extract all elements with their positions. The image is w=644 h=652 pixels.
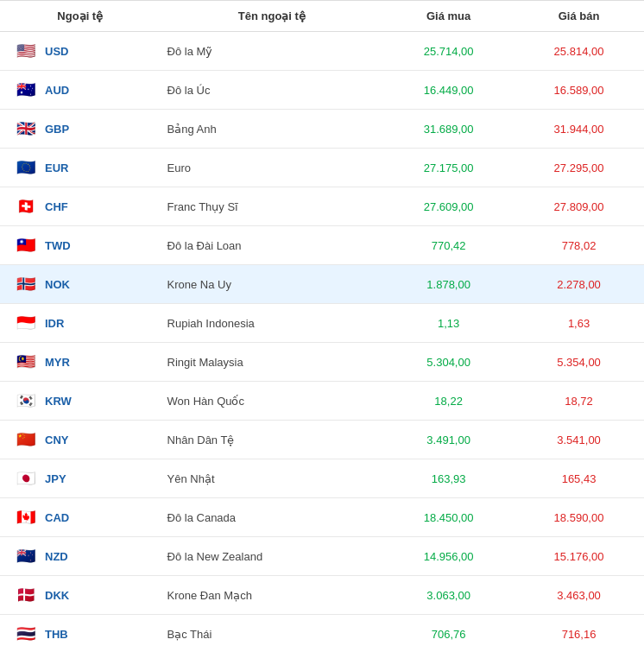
currency-name-cell: Ringit Malaysia <box>161 343 384 382</box>
table-header-row: Ngoại tệ Tên ngoại tệ Giá mua Giá bán <box>0 1 644 32</box>
currency-code: CHF <box>45 200 68 213</box>
currency-code: THB <box>45 628 68 641</box>
currency-code-cell: 🇹🇼 TWD <box>0 226 161 265</box>
buy-price-cell: 18,22 <box>383 382 514 421</box>
currency-table: Ngoại tệ Tên ngoại tệ Giá mua Giá bán 🇺🇸… <box>0 0 644 652</box>
buy-price-cell: 16.449,00 <box>383 71 514 110</box>
sell-price-cell: 3.463,00 <box>514 576 644 615</box>
buy-price-cell: 770,42 <box>383 226 514 265</box>
header-currency-name: Tên ngoại tệ <box>161 1 384 32</box>
currency-name-cell: Bạc Thái <box>161 615 384 653</box>
currency-code: IDR <box>45 317 64 330</box>
currency-name-cell: Đô la New Zealand <box>161 537 384 576</box>
currency-code-cell: 🇰🇷 KRW <box>0 382 161 421</box>
currency-name-cell: Đô la Canada <box>161 498 384 537</box>
currency-flag: 🇨🇳 <box>14 427 38 452</box>
currency-name-cell: Đô la Đài Loan <box>161 226 384 265</box>
currency-name-cell: Đô la Úc <box>161 71 384 110</box>
currency-code: TWD <box>45 239 71 252</box>
currency-table-container: CHỢ GIÁ ● ● Ngoại tệ Tên ngoại tệ Giá mu… <box>0 0 644 652</box>
buy-price-cell: 25.714,00 <box>383 32 514 71</box>
buy-price-cell: 3.063,00 <box>383 576 514 615</box>
currency-flag: 🇲🇾 <box>14 350 38 374</box>
currency-name-cell: Euro <box>161 149 384 187</box>
currency-flag: 🇹🇭 <box>14 622 38 646</box>
buy-price-cell: 27.175,00 <box>383 149 514 187</box>
currency-flag: 🇯🇵 <box>14 466 38 491</box>
buy-price-cell: 1.878,00 <box>383 265 514 304</box>
currency-code: JPY <box>45 472 66 485</box>
currency-flag: 🇮🇩 <box>14 311 38 335</box>
currency-code: USD <box>45 45 68 58</box>
sell-price-cell: 25.814,00 <box>514 32 644 71</box>
currency-code: MYR <box>45 356 70 369</box>
currency-code-cell: 🇨🇭 CHF <box>0 187 161 226</box>
currency-flag: 🇳🇴 <box>14 272 38 296</box>
currency-code: DKK <box>45 589 69 602</box>
buy-price-cell: 31.689,00 <box>383 110 514 149</box>
currency-code-cell: 🇬🇧 GBP <box>0 110 161 149</box>
sell-price-cell: 1,63 <box>514 304 644 343</box>
currency-flag: 🇨🇭 <box>14 194 38 218</box>
table-row: 🇬🇧 GBP Bảng Anh 31.689,00 31.944,00 <box>0 110 644 149</box>
sell-price-cell: 18.590,00 <box>514 498 644 537</box>
sell-price-cell: 3.541,00 <box>514 421 644 459</box>
sell-price-cell: 27.295,00 <box>514 149 644 187</box>
table-row: 🇯🇵 JPY Yên Nhật 163,93 165,43 <box>0 459 644 498</box>
currency-code: NOK <box>45 278 70 291</box>
table-row: 🇳🇿 NZD Đô la New Zealand 14.956,00 15.17… <box>0 537 644 576</box>
currency-code: CNY <box>45 434 68 446</box>
sell-price-cell: 15.176,00 <box>514 537 644 576</box>
currency-code-cell: 🇺🇸 USD <box>0 32 161 71</box>
table-row: 🇺🇸 USD Đô la Mỹ 25.714,00 25.814,00 <box>0 32 644 71</box>
currency-code: KRW <box>45 395 72 408</box>
currency-code-cell: 🇨🇦 CAD <box>0 498 161 537</box>
table-row: 🇳🇴 NOK Krone Na Uy 1.878,00 2.278,00 <box>0 265 644 304</box>
currency-code: CAD <box>45 511 69 524</box>
currency-code-cell: 🇩🇰 DKK <box>0 576 161 615</box>
currency-code-cell: 🇯🇵 JPY <box>0 459 161 498</box>
table-row: 🇨🇭 CHF Franc Thụy Sĩ 27.609,00 27.809,00 <box>0 187 644 226</box>
buy-price-cell: 163,93 <box>383 459 514 498</box>
currency-flag: 🇹🇼 <box>14 233 38 257</box>
buy-price-cell: 14.956,00 <box>383 537 514 576</box>
currency-name-cell: Yên Nhật <box>161 459 384 498</box>
table-row: 🇰🇷 KRW Won Hàn Quốc 18,22 18,72 <box>0 382 644 421</box>
currency-flag: 🇺🇸 <box>14 39 38 63</box>
currency-code-cell: 🇲🇾 MYR <box>0 343 161 382</box>
table-row: 🇦🇺 AUD Đô la Úc 16.449,00 16.589,00 <box>0 71 644 110</box>
currency-code-cell: 🇹🇭 THB <box>0 615 161 653</box>
buy-price-cell: 3.491,00 <box>383 421 514 459</box>
currency-flag: 🇨🇦 <box>14 505 38 529</box>
currency-name-cell: Won Hàn Quốc <box>161 382 384 421</box>
buy-price-cell: 1,13 <box>383 304 514 343</box>
table-row: 🇨🇦 CAD Đô la Canada 18.450,00 18.590,00 <box>0 498 644 537</box>
buy-price-cell: 27.609,00 <box>383 187 514 226</box>
sell-price-cell: 5.354,00 <box>514 343 644 382</box>
currency-code-cell: 🇳🇴 NOK <box>0 265 161 304</box>
table-row: 🇲🇾 MYR Ringit Malaysia 5.304,00 5.354,00 <box>0 343 644 382</box>
sell-price-cell: 31.944,00 <box>514 110 644 149</box>
currency-name-cell: Nhân Dân Tệ <box>161 421 384 459</box>
buy-price-cell: 706,76 <box>383 615 514 653</box>
currency-name-cell: Bảng Anh <box>161 110 384 149</box>
currency-code: AUD <box>45 84 69 97</box>
header-buy-price: Giá mua <box>383 1 514 32</box>
table-row: 🇮🇩 IDR Rupiah Indonesia 1,13 1,63 <box>0 304 644 343</box>
buy-price-cell: 18.450,00 <box>383 498 514 537</box>
currency-code-cell: 🇪🇺 EUR <box>0 149 161 187</box>
table-row: 🇩🇰 DKK Krone Đan Mạch 3.063,00 3.463,00 <box>0 576 644 615</box>
currency-flag: 🇦🇺 <box>14 78 38 102</box>
sell-price-cell: 165,43 <box>514 459 644 498</box>
currency-code-cell: 🇳🇿 NZD <box>0 537 161 576</box>
table-row: 🇹🇭 THB Bạc Thái 706,76 716,16 <box>0 615 644 653</box>
currency-flag: 🇩🇰 <box>14 583 38 607</box>
currency-code-cell: 🇦🇺 AUD <box>0 71 161 110</box>
header-sell-price: Giá bán <box>514 1 644 32</box>
sell-price-cell: 778,02 <box>514 226 644 265</box>
currency-flag: 🇬🇧 <box>14 117 38 141</box>
currency-name-cell: Krone Na Uy <box>161 265 384 304</box>
currency-code: GBP <box>45 123 69 136</box>
header-currency-code: Ngoại tệ <box>0 1 161 32</box>
currency-flag: 🇰🇷 <box>14 389 38 413</box>
